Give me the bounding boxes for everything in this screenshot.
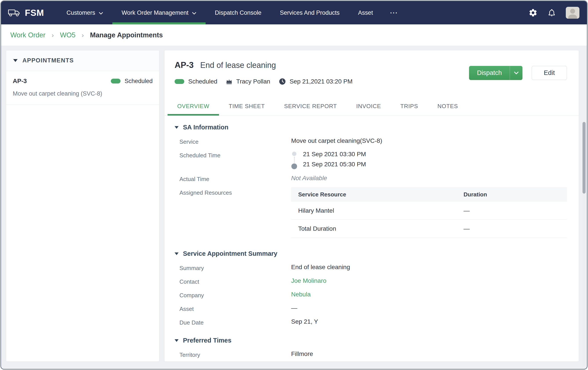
field-service: Service Move out carpet cleaning(SVC-8) (175, 137, 567, 145)
field-label: Company (179, 291, 291, 299)
resources-table: Service Resource Duration Hilary Mantel … (291, 187, 567, 238)
primary-nav: Customers Work Order Management Dispatch… (57, 1, 528, 24)
nav-item-customers[interactable]: Customers (57, 1, 112, 24)
company-link[interactable]: Nebula (291, 291, 311, 299)
status-pill-icon (111, 79, 120, 83)
tab-time-sheet[interactable]: TIME SHEET (219, 97, 274, 116)
nav-item-asset[interactable]: Asset (349, 1, 382, 24)
field-value: End of lease cleaning (291, 263, 350, 272)
contact-link[interactable]: Joe Molinaro (291, 277, 326, 285)
nav-item-dispatch-console[interactable]: Dispatch Console (206, 1, 271, 24)
overview-tab-content: SA Information Service Move out carpet c… (165, 116, 579, 361)
sa-information-header[interactable]: SA Information (175, 124, 567, 131)
detail-status: Scheduled (188, 78, 217, 85)
preferred-times-header[interactable]: Preferred Times (175, 337, 567, 344)
timeline-start-dot-icon (292, 152, 296, 156)
column-header-duration: Duration (463, 191, 567, 198)
field-value: Move out carpet cleaning(SVC-8) (291, 137, 382, 145)
preferred-times-section: Preferred Times Territory Fillmore SERVI… (175, 337, 567, 361)
column-header-service-resource: Service Resource (291, 191, 463, 198)
resource-name: Total Duration (291, 225, 463, 232)
table-row: Total Duration — (291, 220, 567, 238)
tab-service-report[interactable]: SERVICE REPORT (274, 97, 346, 116)
timeline-end-dot-icon (291, 164, 297, 169)
field-value: Fillmore (291, 350, 313, 359)
nav-item-label: Asset (358, 10, 373, 16)
resources-table-header: Service Resource Duration (291, 187, 567, 202)
appointment-status: Scheduled (125, 78, 153, 85)
appointments-panel-title: APPOINTMENTS (22, 57, 74, 64)
field-value: — (291, 304, 297, 313)
appointments-panel-header[interactable]: APPOINTMENTS (6, 50, 159, 71)
detail-header-left: AP-3 End of lease cleaning Scheduled Tra… (175, 61, 353, 85)
dispatch-dropdown-caret-icon[interactable] (510, 66, 523, 80)
field-contact: Contact Joe Molinaro (175, 277, 567, 285)
nav-item-label: Dispatch Console (215, 10, 262, 16)
appointment-id: AP-3 (13, 78, 27, 85)
field-label: Service (179, 137, 291, 145)
nav-item-work-order-management[interactable]: Work Order Management (112, 1, 206, 24)
nav-item-more[interactable]: ⋯ (382, 1, 406, 24)
field-scheduled-time: Scheduled Time 21 Sep 2021 03:30 PM 21 S… (175, 151, 567, 169)
edit-button[interactable]: Edit (532, 66, 567, 80)
top-nav-bar: FSM Customers Work Order Management Disp… (1, 1, 587, 24)
more-ellipsis-icon: ⋯ (390, 8, 398, 17)
field-company: Company Nebula (175, 291, 567, 299)
tab-overview[interactable]: OVERVIEW (168, 97, 219, 116)
chevron-down-icon (192, 10, 196, 16)
summary-section-header[interactable]: Service Appointment Summary (175, 250, 567, 257)
brand-logo[interactable]: FSM (8, 1, 44, 24)
breadcrumb-separator-icon: › (82, 31, 84, 39)
appointment-detail-panel: AP-3 End of lease cleaning Scheduled Tra… (164, 50, 579, 362)
field-due-date: Due Date Sep 21, Y (175, 318, 567, 326)
tab-notes[interactable]: NOTES (428, 97, 468, 116)
detail-meta-row: Scheduled Tracy Pollan Sep 21,2021 03:20… (175, 78, 353, 85)
sa-information-section: SA Information Service Move out carpet c… (175, 124, 567, 239)
appointment-subtitle: Move out carpet cleaning (SVC-8) (13, 90, 153, 97)
preferred-times-title: Preferred Times (183, 337, 231, 344)
dispatch-button-label: Dispatch (469, 66, 510, 80)
user-avatar[interactable] (566, 7, 579, 19)
appointment-list-item[interactable]: AP-3 Scheduled Move out carpet cleaning … (6, 71, 159, 105)
dispatch-button[interactable]: Dispatch (469, 66, 523, 80)
scheduled-time-timeline: 21 Sep 2021 03:30 PM 21 Sep 2021 05:30 P… (291, 151, 366, 169)
scheduled-end-time: 21 Sep 2021 05:30 PM (303, 161, 366, 168)
field-label: Contact (179, 277, 291, 285)
field-summary: Summary End of lease cleaning (175, 263, 567, 272)
app-window: FSM Customers Work Order Management Disp… (0, 0, 588, 370)
field-label: Asset (179, 304, 291, 313)
field-territory: Territory Fillmore (175, 350, 567, 359)
tab-invoice[interactable]: INVOICE (346, 97, 391, 116)
collapse-caret-icon (13, 59, 18, 62)
detail-actions: Dispatch Edit (469, 66, 567, 80)
truck-icon (8, 8, 21, 18)
scrollbar-thumb[interactable] (582, 122, 586, 194)
tab-trips[interactable]: TRIPS (391, 97, 428, 116)
field-label: Scheduled Time (179, 151, 291, 169)
breadcrumb-current-page: Manage Appointments (90, 31, 163, 39)
top-nav-right (528, 1, 579, 24)
summary-section-title: Service Appointment Summary (183, 250, 277, 257)
nav-item-services-and-products[interactable]: Services And Products (271, 1, 349, 24)
breadcrumb-separator-icon: › (52, 31, 54, 39)
breadcrumb-wo5-link[interactable]: WO5 (60, 31, 76, 39)
notifications-bell-icon[interactable] (547, 8, 556, 17)
nav-item-label: Customers (66, 10, 95, 16)
status-badge: Scheduled (111, 78, 153, 85)
detail-owner: Tracy Pollan (236, 78, 270, 85)
page-content: APPOINTMENTS AP-3 Scheduled Move out car… (1, 46, 587, 369)
collapse-caret-icon (175, 339, 178, 342)
field-label: Summary (179, 263, 291, 272)
settings-gear-icon[interactable] (528, 8, 538, 17)
timeline-connector (294, 157, 295, 163)
crown-owner-icon (226, 78, 233, 85)
field-label: Due Date (179, 318, 291, 326)
field-value: Sep 21, Y (291, 318, 318, 326)
appointments-panel: APPOINTMENTS AP-3 Scheduled Move out car… (6, 50, 159, 362)
resource-duration: — (463, 207, 567, 214)
breadcrumb-work-order-link[interactable]: Work Order (10, 31, 45, 39)
field-label: Territory (179, 350, 291, 359)
detail-header: AP-3 End of lease cleaning Scheduled Tra… (165, 50, 579, 85)
resource-name: Hilary Mantel (291, 207, 463, 214)
sa-information-title: SA Information (183, 124, 229, 131)
